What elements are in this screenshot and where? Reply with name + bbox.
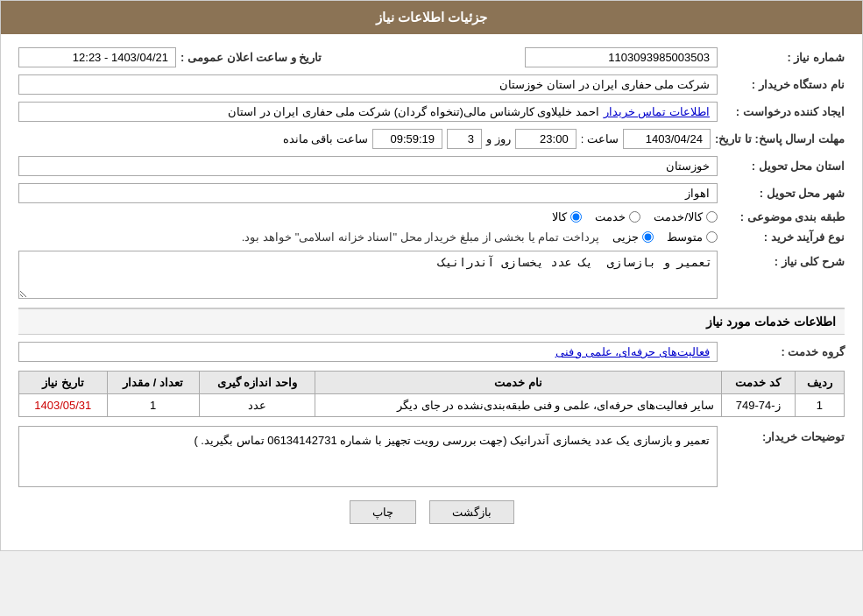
deadline-row: مهلت ارسال پاسخ: تا تاریخ: 1403/04/24 سا…: [18, 129, 845, 149]
service-group-row: گروه خدمت : فعالیت‌های حرفه‌ای، علمی و ف…: [18, 342, 845, 362]
announce-date-label: تاریخ و ساعت اعلان عمومی :: [180, 51, 322, 64]
table-row: 1 ز-74-749 سایر فعالیت‌های حرفه‌ای، علمی…: [19, 394, 845, 417]
province-row: استان محل تحویل : خوزستان: [18, 156, 845, 176]
back-button[interactable]: بازگشت: [429, 500, 514, 524]
province-value: خوزستان: [18, 156, 718, 176]
service-group-value: فعالیت‌های حرفه‌ای، علمی و فنی: [18, 342, 718, 362]
col-quantity: تعداد / مقدار: [107, 372, 199, 394]
purchase-type-note: پرداخت تمام یا بخشی از مبلغ خریدار محل "…: [242, 230, 599, 244]
deadline-time-label: ساعت :: [581, 132, 619, 145]
category-radio-group: کالا/خدمت خدمت کالا: [552, 210, 718, 223]
city-row: شهر محل تحویل : اهواز: [18, 183, 845, 203]
creator-row: ایجاد کننده درخواست : اطلاعات تماس خریدا…: [18, 102, 845, 122]
buyer-notes-row: توضیحات خریدار: تعمیر و بازسازی یک عدد ی…: [18, 426, 845, 487]
category-label-kala: کالا: [552, 210, 567, 223]
announce-date-value: 1403/04/21 - 12:23: [18, 47, 176, 67]
city-value: اهواز: [18, 183, 718, 203]
deadline-remaining-label: ساعت باقی مانده: [283, 132, 368, 145]
category-label-khedmat: خدمت: [595, 210, 626, 223]
need-number-label: شماره نیاز :: [722, 51, 845, 64]
deadline-date: 1403/04/24: [623, 129, 711, 149]
creator-link[interactable]: اطلاعات تماس خریدار: [604, 105, 710, 118]
purchase-type-radio-jozi[interactable]: [642, 231, 654, 243]
page-wrapper: جزئیات اطلاعات نیاز شماره نیاز : 1103093…: [0, 0, 863, 551]
content-area: شماره نیاز : 1103093985003503 تاریخ و سا…: [1, 34, 862, 550]
purchase-type-label-jozi: جزیی: [612, 230, 639, 244]
col-date: تاریخ نیاز: [19, 372, 108, 394]
cell-quantity: 1: [107, 394, 199, 417]
deadline-label: مهلت ارسال پاسخ: تا تاریخ:: [715, 132, 845, 145]
purchase-type-option-jozi: جزیی: [612, 230, 654, 244]
creator-value: احمد خلیلاوی کارشناس مالی(تنخواه گردان) …: [228, 105, 599, 118]
print-button[interactable]: چاپ: [350, 500, 416, 524]
purchase-type-option-motavaset: متوسط: [667, 230, 718, 244]
need-desc-row: شرح کلی نیاز :: [18, 251, 845, 299]
purchase-type-row: نوع فرآیند خرید : متوسط جزیی پرداخت تمام…: [18, 230, 845, 244]
need-desc-label: شرح کلی نیاز :: [722, 251, 845, 268]
city-label: شهر محل تحویل :: [722, 187, 845, 200]
purchase-type-label: نوع فرآیند خرید :: [722, 230, 845, 244]
page-title: جزئیات اطلاعات نیاز: [376, 10, 487, 25]
buyer-row: نام دستگاه خریدار : شرکت ملی حفاری ایران…: [18, 74, 845, 95]
category-option-khedmat: خدمت: [595, 210, 640, 223]
buyer-label: نام دستگاه خریدار :: [722, 78, 845, 91]
creator-label: ایجاد کننده درخواست :: [722, 105, 845, 118]
col-unit: واحد اندازه گیری: [199, 372, 315, 394]
category-label: طبقه بندی موضوعی :: [722, 210, 845, 223]
buyer-notes-label: توضیحات خریدار:: [722, 426, 845, 443]
cell-unit: عدد: [199, 394, 315, 417]
creator-value-box: اطلاعات تماس خریدار احمد خلیلاوی کارشناس…: [18, 102, 718, 122]
province-label: استان محل تحویل :: [722, 159, 845, 173]
table-header-row: ردیف کد خدمت نام خدمت واحد اندازه گیری ت…: [19, 372, 845, 394]
category-radio-kala-khedmat[interactable]: [706, 211, 718, 223]
category-radio-kala[interactable]: [570, 211, 582, 223]
purchase-type-radio-motavaset[interactable]: [706, 231, 718, 243]
category-row: طبقه بندی موضوعی : کالا/خدمت خدمت کالا: [18, 210, 845, 223]
category-radio-khedmat[interactable]: [629, 211, 640, 223]
buyer-value: شرکت ملی حفاری ایران در استان خوزستان: [18, 74, 718, 95]
category-label-kala-khedmat: کالا/خدمت: [654, 210, 703, 223]
purchase-type-radio-group: متوسط جزیی: [612, 230, 718, 244]
deadline-days: 3: [447, 129, 482, 149]
services-section-title: اطلاعات خدمات مورد نیاز: [18, 308, 845, 335]
need-desc-textarea[interactable]: [18, 251, 718, 299]
service-group-label: گروه خدمت :: [722, 345, 845, 358]
deadline-day-label: روز و: [486, 132, 511, 145]
deadline-time: 23:00: [515, 129, 577, 149]
deadline-remaining: 09:59:19: [372, 129, 442, 149]
category-option-kala: کالا: [552, 210, 582, 223]
page-header: جزئیات اطلاعات نیاز: [1, 1, 862, 34]
need-number-row: شماره نیاز : 1103093985003503 تاریخ و سا…: [18, 47, 845, 67]
col-row-num: ردیف: [795, 372, 844, 394]
cell-row-num: 1: [795, 394, 844, 417]
cell-date: 1403/05/31: [19, 394, 108, 417]
buttons-row: بازگشت چاپ: [18, 500, 845, 537]
service-group-link[interactable]: فعالیت‌های حرفه‌ای، علمی و فنی: [555, 345, 710, 358]
cell-service-code: ز-74-749: [721, 394, 795, 417]
services-table: ردیف کد خدمت نام خدمت واحد اندازه گیری ت…: [18, 371, 845, 417]
col-service-code: کد خدمت: [721, 372, 795, 394]
buyer-notes-value: تعمیر و بازسازی یک عدد یخسازی آندرانیک (…: [18, 426, 718, 487]
cell-service-name: سایر فعالیت‌های حرفه‌ای، علمی و فنی طبقه…: [315, 394, 721, 417]
col-service-name: نام خدمت: [315, 372, 721, 394]
need-number-value: 1103093985003503: [525, 47, 718, 67]
purchase-type-label-motavaset: متوسط: [667, 230, 703, 244]
category-option-kala-khedmat: کالا/خدمت: [654, 210, 718, 223]
